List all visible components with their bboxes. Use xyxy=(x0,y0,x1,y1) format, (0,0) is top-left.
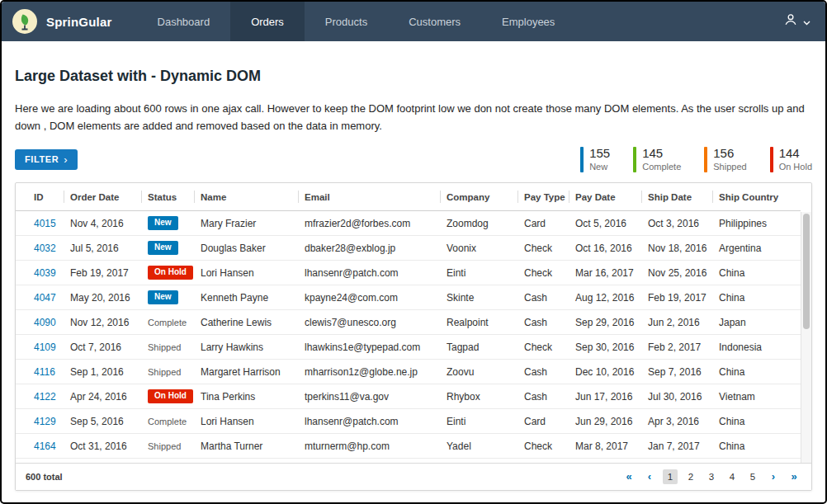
nav-item-customers[interactable]: Customers xyxy=(388,2,481,41)
column-header-pay-date[interactable]: Pay Date xyxy=(569,183,641,211)
cell-id: 4090 xyxy=(16,310,64,335)
page-button-1[interactable]: 1 xyxy=(663,469,678,484)
column-header-ship-date[interactable]: Ship Date xyxy=(641,183,712,211)
stat-color-bar xyxy=(633,147,636,172)
cell-ship-country: China xyxy=(712,434,801,459)
column-header-order-date[interactable]: Order Date xyxy=(64,183,141,211)
order-id-link[interactable]: 4039 xyxy=(34,267,56,279)
chevron-down-icon xyxy=(803,14,810,29)
cell-id: 4039 xyxy=(16,261,64,285)
page-button-5[interactable]: 5 xyxy=(745,469,760,484)
cell-ship-country: China xyxy=(712,409,801,434)
cell-name: Martha Turner xyxy=(194,434,298,459)
order-id-link[interactable]: 4090 xyxy=(34,317,56,328)
page-description: Here we are loading about 600 rows in on… xyxy=(15,100,812,135)
cell-email: mharrison1z@globe.ne.jp xyxy=(298,360,440,384)
stat-label: Shipped xyxy=(713,162,746,172)
order-id-link[interactable]: 4116 xyxy=(34,366,55,378)
cell-status: Complete xyxy=(141,310,194,335)
order-id-link[interactable]: 4032 xyxy=(34,243,56,254)
column-header-email[interactable]: Email xyxy=(298,183,440,211)
column-header-name[interactable]: Name xyxy=(194,183,298,211)
vertical-scrollbar[interactable] xyxy=(801,212,811,463)
cell-company: Zoovu xyxy=(440,360,517,384)
next-page-button[interactable]: › xyxy=(766,469,781,484)
user-menu[interactable] xyxy=(768,2,825,41)
stat-new: 155New xyxy=(580,147,610,172)
nav-item-products[interactable]: Products xyxy=(305,2,388,41)
prev-page-button[interactable]: ‹ xyxy=(642,469,657,484)
cell-email: kpayne24@com.com xyxy=(298,285,440,310)
top-navbar: SprinGular DashboardOrdersProductsCustom… xyxy=(2,2,825,41)
nav-item-orders[interactable]: Orders xyxy=(230,2,305,41)
cell-company: Zoomdog xyxy=(440,211,517,236)
orders-table-body: 4015Nov 4, 2016NewMary Fraziermfrazier2d… xyxy=(16,211,801,459)
cell-company: Realpoint xyxy=(440,310,517,335)
user-icon xyxy=(782,12,799,31)
nav-item-employees[interactable]: Employees xyxy=(481,2,575,41)
table-row: 4122Apr 24, 2016On HoldTina Perkinstperk… xyxy=(16,384,801,409)
stat-on-hold: 144On Hold xyxy=(770,147,812,172)
order-id-link[interactable]: 4129 xyxy=(34,416,56,427)
cell-order-date: Nov 12, 2016 xyxy=(64,310,141,335)
cell-order-date: Sep 1, 2016 xyxy=(64,360,141,384)
cell-order-date: Apr 24, 2016 xyxy=(64,384,141,409)
plant-logo-icon xyxy=(12,8,38,35)
stat-value: 144 xyxy=(779,147,812,161)
cell-ship-country: Argentina xyxy=(712,236,801,261)
last-page-button[interactable]: » xyxy=(787,469,801,484)
page-button-2[interactable]: 2 xyxy=(683,469,698,484)
column-header-id[interactable]: ID xyxy=(16,183,64,211)
cell-id: 4032 xyxy=(16,236,64,261)
cell-id: 4116 xyxy=(16,360,64,384)
cell-id: 4047 xyxy=(16,285,64,310)
page-button-4[interactable]: 4 xyxy=(725,469,740,484)
cell-company: Yadel xyxy=(440,434,517,459)
cell-status: Shipped xyxy=(141,335,194,360)
first-page-button[interactable]: « xyxy=(621,469,636,484)
scrollbar-thumb[interactable] xyxy=(803,214,810,329)
cell-status: New xyxy=(141,236,194,261)
cell-email: mfrazier2d@forbes.com xyxy=(298,211,440,236)
cell-pay-type: Card xyxy=(517,211,569,236)
stat-shipped: 156Shipped xyxy=(704,147,746,172)
order-id-link[interactable]: 4122 xyxy=(34,391,56,403)
filter-button[interactable]: FILTER › xyxy=(15,149,78,170)
orders-table: IDOrder DateStatusNameEmailCompanyPay Ty… xyxy=(16,183,801,459)
cell-id: 4015 xyxy=(16,211,64,236)
page-button-3[interactable]: 3 xyxy=(704,469,719,484)
cell-ship-country: Philippines xyxy=(712,211,801,236)
order-id-link[interactable]: 4047 xyxy=(34,292,56,304)
cell-status: On Hold xyxy=(141,384,194,409)
status-badge: New xyxy=(148,241,178,255)
cell-ship-country: Indonesia xyxy=(712,335,801,360)
column-header-status[interactable]: Status xyxy=(141,183,194,211)
cell-status: New xyxy=(141,285,194,310)
cell-pay-date: Dec 10, 2016 xyxy=(569,360,641,384)
status-text: Shipped xyxy=(148,342,181,352)
column-header-company[interactable]: Company xyxy=(440,183,517,211)
cell-name: Lori Hansen xyxy=(194,261,298,285)
order-id-link[interactable]: 4109 xyxy=(34,341,56,353)
nav-item-dashboard[interactable]: Dashboard xyxy=(137,2,231,41)
status-badge: On Hold xyxy=(148,389,193,403)
order-id-link[interactable]: 4015 xyxy=(34,218,56,229)
cell-pay-type: Card xyxy=(517,409,569,434)
cell-name: Tina Perkins xyxy=(194,384,298,409)
stat-label: Complete xyxy=(642,162,681,172)
cell-ship-country: China xyxy=(712,360,801,384)
cell-company: Skinte xyxy=(440,285,517,310)
brand[interactable]: SprinGular xyxy=(2,2,137,41)
page-title: Large Dataset with - Dynamic DOM xyxy=(15,68,812,85)
cell-pay-type: Check xyxy=(517,261,569,285)
column-header-pay-type[interactable]: Pay Type xyxy=(517,183,569,211)
cell-ship-date: Jan 7, 2017 xyxy=(641,434,712,459)
cell-pay-date: Aug 12, 2016 xyxy=(569,285,641,310)
cell-status: Shipped xyxy=(141,434,194,459)
stat-color-bar xyxy=(580,147,584,172)
cell-pay-type: Cash xyxy=(517,285,569,310)
column-header-ship-country[interactable]: Ship Country xyxy=(712,183,801,211)
table-footer: 600 total «‹12345›» xyxy=(16,463,811,490)
order-id-link[interactable]: 4164 xyxy=(34,440,56,452)
cell-ship-country: Japan xyxy=(712,310,801,335)
